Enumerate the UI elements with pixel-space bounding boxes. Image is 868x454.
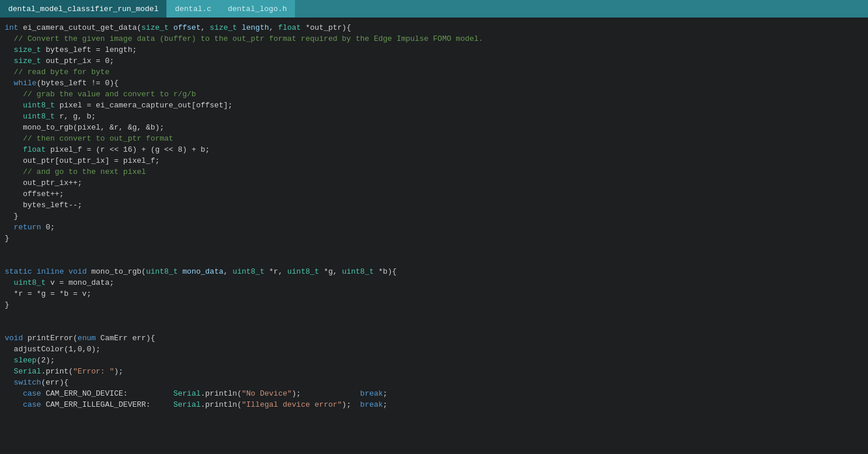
code-line: size_t out_ptr_ix = 0; xyxy=(0,55,868,67)
tab-dental-logo[interactable]: dental_logo.h xyxy=(220,0,295,18)
code-line: case CAM_ERR_ILLEGAL_DEVERR: Serial.prin… xyxy=(0,399,868,410)
code-line: int ei_camera_cutout_get_data(size_t off… xyxy=(0,22,868,33)
code-line: offset++; xyxy=(0,188,868,200)
code-line: // Convert the given image data (buffer)… xyxy=(0,33,868,44)
code-line: void printError(enum CamErr err){ xyxy=(0,333,868,344)
tab-dental-c[interactable]: dental.c xyxy=(166,0,219,18)
code-line: out_ptr_ix++; xyxy=(0,177,868,188)
code-line: return 0; xyxy=(0,222,868,233)
tab-bar: dental_model_classifier_run_model dental… xyxy=(0,0,868,18)
code-line xyxy=(0,310,868,322)
code-line: sleep(2); xyxy=(0,355,868,366)
tab-dental-logo-label: dental_logo.h xyxy=(228,5,287,13)
code-line xyxy=(0,244,868,255)
tab-dental-c-label: dental.c xyxy=(175,5,211,13)
code-line: case CAM_ERR_NO_DEVICE: Serial.println("… xyxy=(0,388,868,399)
code-line: uint8_t r, g, b; xyxy=(0,111,868,122)
code-line: float pixel_f = (r << 16) + (g << 8) + b… xyxy=(0,144,868,155)
code-line: out_ptr[out_ptr_ix] = pixel_f; xyxy=(0,155,868,166)
code-line: switch(err){ xyxy=(0,377,868,388)
code-line: mono_to_rgb(pixel, &r, &g, &b); xyxy=(0,122,868,133)
code-line: // read byte for byte xyxy=(0,67,868,78)
code-line: Serial.print("Error: "); xyxy=(0,366,868,377)
tab-main[interactable]: dental_model_classifier_run_model xyxy=(0,0,166,18)
code-line: bytes_left--; xyxy=(0,200,868,211)
code-line: } xyxy=(0,299,868,310)
code-editor[interactable]: int ei_camera_cutout_get_data(size_t off… xyxy=(0,18,868,454)
tab-main-label: dental_model_classifier_run_model xyxy=(8,5,158,13)
code-line: // grab the value and convert to r/g/b xyxy=(0,89,868,100)
code-line: size_t bytes_left = length; xyxy=(0,44,868,55)
code-line: } xyxy=(0,233,868,244)
code-line: } xyxy=(0,211,868,222)
code-line: static inline void mono_to_rgb(uint8_t m… xyxy=(0,266,868,277)
code-line: uint8_t v = mono_data; xyxy=(0,277,868,288)
code-line: *r = *g = *b = v; xyxy=(0,288,868,299)
code-line: while(bytes_left != 0){ xyxy=(0,78,868,89)
code-line: adjustColor(1,0,0); xyxy=(0,344,868,355)
code-line: // and go to the next pixel xyxy=(0,166,868,177)
code-line: uint8_t pixel = ei_camera_capture_out[of… xyxy=(0,100,868,111)
code-line xyxy=(0,322,868,333)
code-line xyxy=(0,255,868,266)
code-line: // then convert to out_ptr format xyxy=(0,133,868,144)
